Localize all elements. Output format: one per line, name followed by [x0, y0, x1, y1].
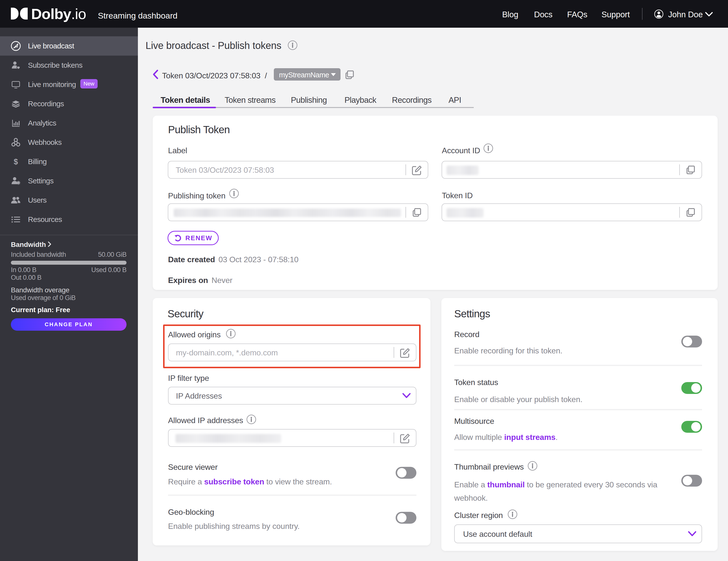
svg-text:$: $: [14, 157, 18, 166]
